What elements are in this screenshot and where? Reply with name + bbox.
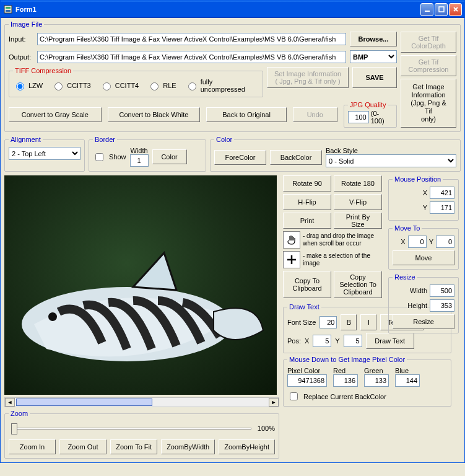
scroll-thumb[interactable] xyxy=(16,399,152,406)
mouse-position-group: Mouse Position X Y xyxy=(388,175,459,221)
tiff-compression-legend: TIFF Compression xyxy=(13,67,73,74)
tiff-compression-group: TIFF Compression LZWCCITT3CCITT4RLEfully… xyxy=(9,67,263,97)
border-show-label: Show xyxy=(109,153,126,161)
mouse-x-field xyxy=(430,187,454,199)
jpg-quality-field[interactable] xyxy=(348,111,369,123)
replace-backcolor-checkbox[interactable] xyxy=(290,392,298,400)
resize-height-field[interactable] xyxy=(430,299,454,312)
print-button[interactable]: Print xyxy=(283,213,331,229)
tiff-option-fully-uncompressed[interactable]: fully uncompressed xyxy=(185,78,259,93)
zoom-out-button[interactable]: Zoom Out xyxy=(59,439,106,454)
move-y-field[interactable] xyxy=(436,236,454,248)
scroll-left-button[interactable]: ◄ xyxy=(5,398,15,407)
mouse-y-field xyxy=(430,201,454,214)
backstyle-select[interactable]: 0 - Solid xyxy=(326,154,456,167)
tiff-option-rle[interactable]: RLE xyxy=(147,81,176,90)
undo-button: Undo xyxy=(293,107,337,122)
copy-selection-clipboard-button[interactable]: Copy Selection To Clipboard xyxy=(334,271,382,298)
move-button[interactable]: Move xyxy=(393,250,454,265)
svg-rect-4 xyxy=(439,7,444,12)
gray-scale-button[interactable]: Convert to Gray Scale xyxy=(9,107,102,122)
pos-label: Pos: xyxy=(287,337,301,345)
zoom-percent: 100% xyxy=(258,425,275,432)
italic-button[interactable]: I xyxy=(360,314,376,330)
copy-clipboard-button[interactable]: Copy To Clipboard xyxy=(283,271,331,298)
move-x-field[interactable] xyxy=(408,236,427,248)
hflip-button[interactable]: H-Flip xyxy=(283,194,331,210)
zoom-in-button[interactable]: Zoom In xyxy=(9,439,56,454)
pixel-color-field[interactable] xyxy=(287,374,327,387)
green-label: Green xyxy=(364,367,389,374)
font-size-field[interactable] xyxy=(319,316,337,328)
black-white-button[interactable]: Convert to Black White xyxy=(108,107,201,122)
red-field[interactable] xyxy=(333,374,358,387)
pos-x-field[interactable] xyxy=(313,335,331,347)
browse-button[interactable]: Browse... xyxy=(350,32,397,46)
crosshair-tool-icon[interactable] xyxy=(283,251,300,268)
hand-tool-icon[interactable] xyxy=(283,231,300,249)
border-show-checkbox[interactable] xyxy=(95,153,103,161)
vflip-button[interactable]: V-Flip xyxy=(334,194,382,210)
get-image-info-button[interactable]: Get Image Information (Jpg, Png & Tif on… xyxy=(401,79,456,128)
svg-rect-2 xyxy=(6,10,11,12)
main-window: Form1 Image File Input: Browse... Output… xyxy=(0,0,465,463)
blue-field[interactable] xyxy=(395,374,420,387)
svg-point-6 xyxy=(48,312,57,321)
scroll-right-button[interactable]: ► xyxy=(269,398,279,407)
alignment-select[interactable]: 2 - Top Left xyxy=(9,147,80,160)
zoom-group: Zoom 100% Zoom In Zoom Out Zoom To Fit Z… xyxy=(4,410,279,459)
resize-group: Resize Width Height Resize xyxy=(388,273,459,333)
fish-image xyxy=(9,250,269,386)
bold-button[interactable]: B xyxy=(341,314,357,330)
horizontal-scrollbar[interactable]: ◄ ► xyxy=(4,397,279,407)
minimize-button[interactable] xyxy=(420,3,433,16)
mouse-x-label: X xyxy=(423,189,427,196)
tiff-option-ccitt3[interactable]: CCITT3 xyxy=(51,81,91,90)
zoom-slider[interactable] xyxy=(9,421,254,436)
save-button[interactable]: SAVE xyxy=(352,67,397,88)
replace-backcolor-label: Replace Current BackColor xyxy=(303,393,386,400)
color-group: Color ForeColor BackColor Back Style 0 -… xyxy=(210,136,461,172)
output-format-select[interactable]: BMP xyxy=(350,50,397,63)
svg-rect-0 xyxy=(4,6,12,13)
print-by-size-button[interactable]: Print By Size xyxy=(334,213,382,229)
backstyle-label: Back Style xyxy=(326,147,456,154)
draw-text-legend: Draw Text xyxy=(287,303,321,311)
rotate-180-button[interactable]: Rotate 180 xyxy=(334,175,382,192)
output-path-field[interactable] xyxy=(37,51,346,63)
red-label: Red xyxy=(333,367,358,374)
resize-width-field[interactable] xyxy=(430,284,454,297)
border-group: Border Show Width Color xyxy=(89,136,206,172)
app-icon xyxy=(3,4,13,14)
draw-text-button[interactable]: Draw Text xyxy=(366,333,414,349)
green-field[interactable] xyxy=(364,374,389,387)
resize-legend: Resize xyxy=(393,273,417,281)
mouse-y-label: Y xyxy=(423,204,427,211)
zoom-by-width-button[interactable]: ZoomByWidth xyxy=(161,439,215,454)
color-legend: Color xyxy=(214,136,234,143)
back-original-button[interactable]: Back to Original xyxy=(206,107,287,122)
rotate-90-button[interactable]: Rotate 90 xyxy=(283,175,331,192)
maximize-button[interactable] xyxy=(435,3,448,16)
blue-label: Blue xyxy=(395,367,420,374)
input-path-field[interactable] xyxy=(37,33,346,45)
tiff-option-lzw[interactable]: LZW xyxy=(13,81,43,90)
zoom-fit-button[interactable]: Zoom To Fit xyxy=(110,439,157,454)
resize-button[interactable]: Resize xyxy=(393,314,454,329)
forecolor-button[interactable]: ForeColor xyxy=(214,150,266,165)
tiff-option-ccitt4[interactable]: CCITT4 xyxy=(100,81,139,90)
mouse-pos-legend: Mouse Position xyxy=(393,175,443,183)
zoom-by-height-button[interactable]: ZoomByHeight xyxy=(219,439,275,454)
move-x-label: X xyxy=(401,238,405,245)
image-viewport[interactable] xyxy=(4,175,277,395)
close-button[interactable] xyxy=(449,3,462,16)
pixel-legend: Mouse Down to Get Image Pixel Color xyxy=(287,356,407,363)
set-image-info-button: Set Image Information ( Jpg, Png & Tif o… xyxy=(267,67,349,88)
pos-y-field[interactable] xyxy=(344,335,362,347)
zoom-legend: Zoom xyxy=(9,410,30,417)
titlebar[interactable]: Form1 xyxy=(1,1,464,18)
backcolor-button[interactable]: BackColor xyxy=(270,150,322,165)
select-hint: - make a selection of the image xyxy=(303,252,385,267)
border-color-button[interactable]: Color xyxy=(152,149,187,164)
border-width-field[interactable] xyxy=(130,154,149,167)
